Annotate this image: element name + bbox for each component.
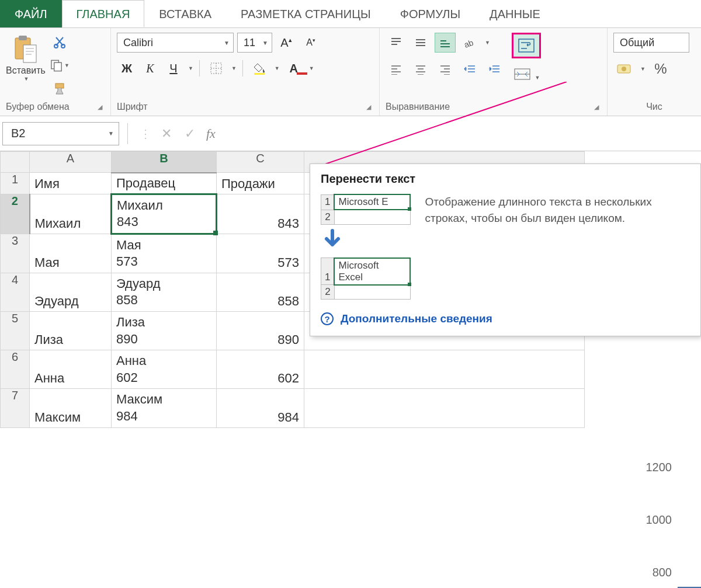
shrink-font-button[interactable]: A▾: [300, 33, 321, 52]
chevron-down-icon: ▼: [64, 62, 70, 68]
row-header[interactable]: 1: [1, 173, 30, 194]
percent-button[interactable]: %: [650, 60, 671, 78]
arrow-down-icon: [321, 225, 411, 258]
number-format-combo[interactable]: Общий: [613, 33, 689, 53]
italic-button[interactable]: К: [140, 58, 160, 78]
font-name-combo[interactable]: Calibri▼: [117, 33, 234, 53]
cell-selected[interactable]: Михаил 843: [112, 194, 217, 234]
wrap-text-icon: [518, 38, 535, 53]
align-left-button[interactable]: [386, 60, 407, 79]
wrap-text-button[interactable]: [512, 33, 541, 58]
paste-button[interactable]: Вставить ▼: [6, 33, 46, 82]
dialog-launcher-icon[interactable]: ◢: [364, 102, 373, 112]
align-center-icon: [415, 64, 426, 75]
svg-point-4: [61, 44, 65, 48]
tab-insert[interactable]: ВСТАВКА: [144, 0, 226, 27]
cell[interactable]: 843: [217, 194, 304, 234]
chevron-down-icon[interactable]: ▼: [640, 66, 646, 72]
svg-rect-1: [19, 36, 27, 40]
cell[interactable]: Михаил: [30, 194, 112, 234]
dialog-launcher-icon[interactable]: ◢: [95, 102, 105, 112]
scissors-icon: [53, 35, 67, 49]
font-size-combo[interactable]: 11▼: [237, 33, 272, 53]
format-painter-button[interactable]: [49, 79, 70, 98]
tab-file[interactable]: ФАЙЛ: [0, 0, 62, 27]
row-header[interactable]: 7: [1, 389, 30, 427]
cell[interactable]: 602: [217, 350, 304, 389]
cell[interactable]: Эдуард: [30, 273, 112, 311]
cell[interactable]: Мая 573: [112, 234, 217, 273]
tab-data[interactable]: ДАННЫЕ: [475, 0, 555, 27]
cancel-formula-button[interactable]: ✕: [155, 123, 178, 144]
fill-color-button[interactable]: [249, 59, 270, 78]
cell[interactable]: Максим 984: [112, 389, 217, 427]
ribbon-group-number: Общий ▼ % Чис: [608, 28, 701, 116]
orientation-icon: ab: [463, 37, 477, 48]
column-header-c[interactable]: C: [217, 152, 304, 173]
ribbon-group-label: Буфер обмена: [6, 102, 70, 112]
cell[interactable]: 858: [217, 273, 304, 311]
align-middle-button[interactable]: [410, 33, 431, 53]
row-header[interactable]: 4: [1, 273, 30, 311]
merge-center-button[interactable]: [512, 64, 533, 84]
cell[interactable]: Продажи: [217, 173, 304, 194]
check-icon: ✓: [185, 126, 195, 141]
cell[interactable]: 573: [217, 234, 304, 273]
chevron-down-icon[interactable]: ▼: [309, 65, 314, 71]
fx-icon[interactable]: fx: [206, 126, 216, 141]
tab-formulas[interactable]: ФОРМУЛЫ: [386, 0, 475, 27]
cell[interactable]: Максим: [30, 389, 112, 427]
decrease-indent-button[interactable]: [459, 60, 480, 79]
ribbon-group-label: Шрифт: [117, 102, 148, 112]
accounting-format-button[interactable]: [613, 60, 634, 78]
grow-font-button[interactable]: A▴: [276, 33, 297, 52]
cell[interactable]: Лиза: [30, 312, 112, 350]
chevron-down-icon[interactable]: ▼: [275, 65, 280, 71]
ribbon: Вставить ▼ ▼ Буфер обмена◢ Calibri▼: [0, 28, 701, 116]
cut-button[interactable]: [49, 33, 70, 51]
cell[interactable]: Эдуард 858: [112, 273, 217, 311]
align-right-button[interactable]: [435, 60, 456, 79]
align-center-button[interactable]: [410, 60, 431, 79]
cell[interactable]: [304, 350, 585, 389]
borders-button[interactable]: [206, 59, 227, 78]
name-box[interactable]: B2▼: [2, 122, 119, 145]
cell[interactable]: Продавец: [112, 173, 217, 194]
orientation-button[interactable]: ab: [459, 33, 480, 53]
increase-indent-button[interactable]: [484, 60, 505, 79]
cell[interactable]: Анна 602: [112, 350, 217, 389]
cell[interactable]: 890: [217, 312, 304, 350]
row-header[interactable]: 6: [1, 350, 30, 389]
dialog-launcher-icon[interactable]: ◢: [592, 102, 601, 112]
align-top-button[interactable]: [386, 33, 407, 53]
chevron-down-icon[interactable]: ▼: [485, 40, 490, 46]
chevron-down-icon[interactable]: ▼: [231, 65, 237, 71]
ribbon-group-clipboard: Вставить ▼ ▼ Буфер обмена◢: [0, 28, 111, 116]
enter-formula-button[interactable]: ✓: [178, 123, 202, 144]
column-header-a[interactable]: A: [30, 152, 112, 173]
font-color-button[interactable]: A: [283, 59, 304, 78]
align-bottom-button[interactable]: [435, 33, 456, 53]
column-header-b[interactable]: B: [112, 152, 217, 173]
row-header[interactable]: 5: [1, 312, 30, 350]
tab-page-layout[interactable]: РАЗМЕТКА СТРАНИЦЫ: [226, 0, 386, 27]
cell[interactable]: Лиза 890: [112, 312, 217, 350]
row-header[interactable]: 2: [1, 194, 30, 234]
svg-rect-9: [254, 73, 265, 75]
cell[interactable]: 984: [217, 389, 304, 427]
copy-button[interactable]: ▼: [49, 56, 70, 75]
bold-button[interactable]: Ж: [117, 58, 137, 78]
cell[interactable]: Мая: [30, 234, 112, 273]
select-all-corner[interactable]: [1, 152, 30, 173]
chevron-down-icon[interactable]: ▼: [535, 75, 540, 81]
chevron-down-icon[interactable]: ▼: [188, 65, 193, 71]
row-header[interactable]: 3: [1, 234, 30, 273]
tab-home[interactable]: ГЛАВНАЯ: [62, 0, 145, 27]
tooltip-more-link[interactable]: Дополнительные сведения: [341, 312, 492, 325]
underline-button[interactable]: Ч: [164, 58, 183, 78]
cell[interactable]: Имя: [30, 173, 112, 194]
cell[interactable]: Анна: [30, 350, 112, 389]
paste-icon: [12, 33, 40, 65]
cell[interactable]: [304, 389, 585, 427]
align-left-icon: [390, 64, 402, 75]
